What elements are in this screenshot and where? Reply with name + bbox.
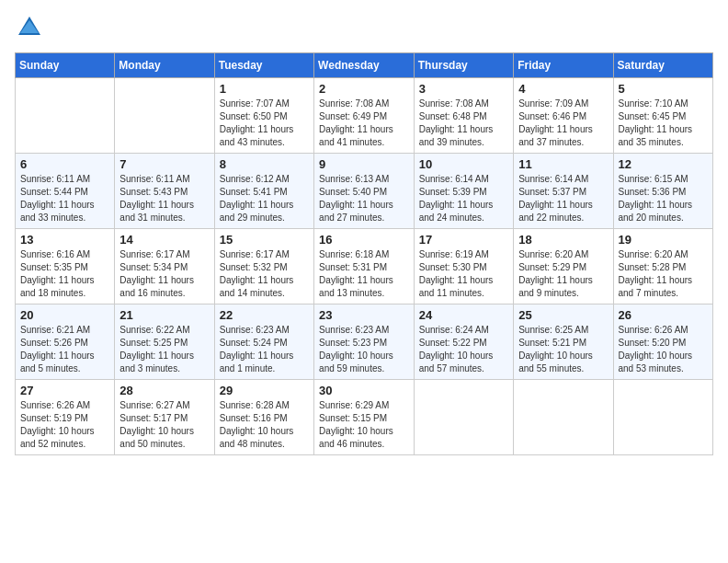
day-number: 12 (619, 157, 709, 171)
day-info: Sunrise: 6:17 AMSunset: 5:32 PMDaylight:… (220, 248, 309, 300)
day-number: 15 (220, 233, 309, 247)
day-info: Sunrise: 6:22 AMSunset: 5:25 PMDaylight:… (119, 324, 209, 375)
calendar-day-header: Sunday (16, 53, 115, 78)
calendar-day-header: Tuesday (214, 53, 313, 78)
calendar-cell: 10Sunrise: 6:14 AMSunset: 5:39 PMDayligh… (414, 154, 513, 229)
page-header (15, 15, 713, 45)
day-info: Sunrise: 6:14 AMSunset: 5:37 PMDaylight:… (518, 173, 608, 224)
calendar-cell (414, 380, 513, 455)
calendar-cell: 8Sunrise: 6:12 AMSunset: 5:41 PMDaylight… (214, 154, 313, 229)
day-number: 30 (319, 384, 409, 397)
calendar-cell: 1Sunrise: 7:07 AMSunset: 6:50 PMDaylight… (214, 78, 313, 154)
day-info: Sunrise: 6:25 AMSunset: 5:21 PMDaylight:… (518, 324, 608, 375)
day-number: 24 (419, 308, 508, 322)
day-info: Sunrise: 6:28 AMSunset: 5:16 PMDaylight:… (220, 399, 309, 451)
calendar-cell: 13Sunrise: 6:16 AMSunset: 5:35 PMDayligh… (16, 229, 115, 304)
calendar-cell: 16Sunrise: 6:18 AMSunset: 5:31 PMDayligh… (314, 229, 415, 304)
calendar-cell: 3Sunrise: 7:08 AMSunset: 6:48 PMDaylight… (414, 78, 513, 154)
day-number: 26 (619, 308, 709, 322)
day-number: 6 (20, 157, 109, 171)
day-info: Sunrise: 7:08 AMSunset: 6:48 PMDaylight:… (419, 98, 508, 149)
calendar-cell: 7Sunrise: 6:11 AMSunset: 5:43 PMDaylight… (115, 154, 214, 229)
day-info: Sunrise: 7:10 AMSunset: 6:45 PMDaylight:… (619, 98, 709, 149)
day-number: 21 (119, 308, 209, 322)
calendar-cell: 22Sunrise: 6:23 AMSunset: 5:24 PMDayligh… (214, 304, 313, 380)
day-number: 4 (518, 82, 608, 96)
day-number: 5 (619, 82, 709, 96)
calendar-cell: 5Sunrise: 7:10 AMSunset: 6:45 PMDaylight… (613, 78, 713, 154)
calendar-day-header: Monday (115, 53, 214, 78)
calendar-day-header: Friday (514, 53, 613, 78)
calendar-cell: 25Sunrise: 6:25 AMSunset: 5:21 PMDayligh… (514, 304, 613, 380)
day-info: Sunrise: 6:12 AMSunset: 5:41 PMDaylight:… (220, 173, 309, 224)
day-info: Sunrise: 6:13 AMSunset: 5:40 PMDaylight:… (319, 173, 409, 224)
day-info: Sunrise: 6:18 AMSunset: 5:31 PMDaylight:… (319, 248, 409, 300)
day-number: 23 (319, 308, 409, 322)
day-info: Sunrise: 7:07 AMSunset: 6:50 PMDaylight:… (220, 98, 309, 149)
calendar-cell: 18Sunrise: 6:20 AMSunset: 5:29 PMDayligh… (514, 229, 613, 304)
day-number: 13 (20, 233, 109, 247)
day-number: 29 (220, 384, 309, 397)
day-number: 14 (119, 233, 209, 247)
day-info: Sunrise: 7:08 AMSunset: 6:49 PMDaylight:… (319, 98, 409, 149)
calendar-cell: 26Sunrise: 6:26 AMSunset: 5:20 PMDayligh… (613, 304, 713, 380)
day-info: Sunrise: 6:26 AMSunset: 5:19 PMDaylight:… (20, 399, 109, 451)
day-number: 10 (419, 157, 508, 171)
day-number: 2 (319, 82, 409, 96)
calendar-cell: 23Sunrise: 6:23 AMSunset: 5:23 PMDayligh… (314, 304, 415, 380)
day-info: Sunrise: 6:17 AMSunset: 5:34 PMDaylight:… (119, 248, 209, 300)
calendar-cell: 2Sunrise: 7:08 AMSunset: 6:49 PMDaylight… (314, 78, 415, 154)
day-info: Sunrise: 6:26 AMSunset: 5:20 PMDaylight:… (619, 324, 709, 375)
day-info: Sunrise: 6:11 AMSunset: 5:44 PMDaylight:… (20, 173, 109, 224)
calendar-cell (115, 78, 214, 154)
calendar-cell: 9Sunrise: 6:13 AMSunset: 5:40 PMDaylight… (314, 154, 415, 229)
day-number: 11 (518, 157, 608, 171)
day-info: Sunrise: 6:27 AMSunset: 5:17 PMDaylight:… (119, 399, 209, 451)
day-info: Sunrise: 6:21 AMSunset: 5:26 PMDaylight:… (20, 324, 109, 375)
calendar-cell: 4Sunrise: 7:09 AMSunset: 6:46 PMDaylight… (514, 78, 613, 154)
day-number: 28 (119, 384, 209, 397)
day-info: Sunrise: 6:14 AMSunset: 5:39 PMDaylight:… (419, 173, 508, 224)
day-number: 17 (419, 233, 508, 247)
calendar-header-row: SundayMondayTuesdayWednesdayThursdayFrid… (16, 53, 713, 78)
day-info: Sunrise: 6:19 AMSunset: 5:30 PMDaylight:… (419, 248, 508, 300)
day-info: Sunrise: 6:20 AMSunset: 5:28 PMDaylight:… (619, 248, 709, 300)
calendar-cell: 6Sunrise: 6:11 AMSunset: 5:44 PMDaylight… (16, 154, 115, 229)
day-info: Sunrise: 6:29 AMSunset: 5:15 PMDaylight:… (319, 399, 409, 451)
calendar-day-header: Thursday (414, 53, 513, 78)
day-number: 7 (119, 157, 209, 171)
calendar-cell: 28Sunrise: 6:27 AMSunset: 5:17 PMDayligh… (115, 380, 214, 455)
calendar-cell (16, 78, 115, 154)
day-number: 20 (20, 308, 109, 322)
calendar-day-header: Wednesday (314, 53, 415, 78)
calendar-cell: 11Sunrise: 6:14 AMSunset: 5:37 PMDayligh… (514, 154, 613, 229)
day-number: 18 (518, 233, 608, 247)
calendar-cell: 19Sunrise: 6:20 AMSunset: 5:28 PMDayligh… (613, 229, 713, 304)
day-info: Sunrise: 6:11 AMSunset: 5:43 PMDaylight:… (119, 173, 209, 224)
calendar-week-row: 1Sunrise: 7:07 AMSunset: 6:50 PMDaylight… (16, 78, 713, 154)
day-number: 16 (319, 233, 409, 247)
day-info: Sunrise: 6:16 AMSunset: 5:35 PMDaylight:… (20, 248, 109, 300)
svg-marker-1 (20, 20, 39, 33)
calendar-cell: 14Sunrise: 6:17 AMSunset: 5:34 PMDayligh… (115, 229, 214, 304)
logo (15, 15, 42, 45)
day-number: 22 (220, 308, 309, 322)
day-info: Sunrise: 6:23 AMSunset: 5:24 PMDaylight:… (220, 324, 309, 375)
calendar-cell: 21Sunrise: 6:22 AMSunset: 5:25 PMDayligh… (115, 304, 214, 380)
day-number: 9 (319, 157, 409, 171)
day-number: 3 (419, 82, 508, 96)
calendar-cell: 24Sunrise: 6:24 AMSunset: 5:22 PMDayligh… (414, 304, 513, 380)
calendar-cell (514, 380, 613, 455)
logo-text (15, 15, 42, 45)
day-number: 19 (619, 233, 709, 247)
day-number: 8 (220, 157, 309, 171)
day-info: Sunrise: 6:24 AMSunset: 5:22 PMDaylight:… (419, 324, 508, 375)
calendar-day-header: Saturday (613, 53, 713, 78)
day-number: 1 (220, 82, 309, 96)
calendar-week-row: 13Sunrise: 6:16 AMSunset: 5:35 PMDayligh… (16, 229, 713, 304)
calendar-week-row: 20Sunrise: 6:21 AMSunset: 5:26 PMDayligh… (16, 304, 713, 380)
calendar-cell: 20Sunrise: 6:21 AMSunset: 5:26 PMDayligh… (16, 304, 115, 380)
day-info: Sunrise: 6:23 AMSunset: 5:23 PMDaylight:… (319, 324, 409, 375)
calendar-week-row: 6Sunrise: 6:11 AMSunset: 5:44 PMDaylight… (16, 154, 713, 229)
calendar-week-row: 27Sunrise: 6:26 AMSunset: 5:19 PMDayligh… (16, 380, 713, 455)
